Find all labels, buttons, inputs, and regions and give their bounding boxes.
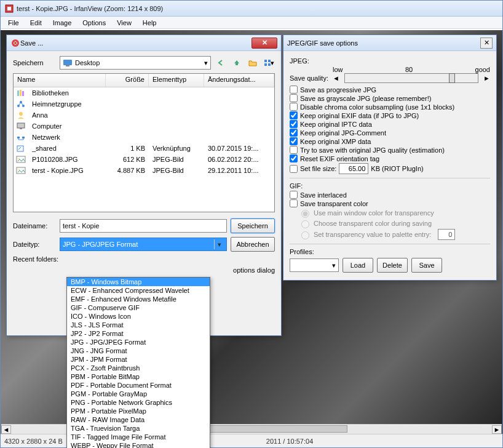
svg-point-2 [12,39,19,47]
format-option[interactable]: GIF - Compuserve GIF [67,303,210,312]
menubar: File Edit Image Options View Help [1,17,502,29]
menu-file[interactable]: File [3,18,24,28]
close-button[interactable]: ✕ [252,38,277,49]
recent-folders-label: Recent folders: [13,255,68,263]
gif-interlaced-label: Save interlaced [300,191,347,199]
file-size-input[interactable] [339,163,368,174]
format-option[interactable]: PCX - Zsoft Paintbrush [67,364,210,372]
cancel-button[interactable]: Abbrechen [231,237,275,252]
save-dialog-title: Save ... [20,39,43,47]
format-option[interactable]: PDF - Portable Document Format [67,381,210,390]
gif-section-label: GIF: [290,182,490,190]
format-option[interactable]: TIF - Tagged Image File Format [67,433,210,441]
format-option[interactable]: JPM - JPM Format [67,355,210,364]
col-type[interactable]: Elementtyp [149,74,204,87]
jpeg-option-checkbox[interactable] [290,86,298,94]
gif-transparent-checkbox[interactable] [290,199,298,207]
transparency-palette-label: Set transparency value to palette entry: [314,231,431,238]
new-folder-icon[interactable] [247,57,259,69]
menu-help[interactable]: Help [138,18,162,28]
format-option[interactable]: JP2 - JP2 Format [67,329,210,338]
format-option[interactable]: PPM - Portable PixelMap [67,407,210,415]
options-titlebar[interactable]: JPEG/GIF save options ✕ [283,35,496,51]
format-option[interactable]: WEBP - Weppy File Format [67,441,210,448]
file-row[interactable]: Anna [14,110,274,121]
profile-save-button[interactable]: Save [411,258,442,273]
jpeg-option-checkbox[interactable] [290,94,298,102]
menu-options[interactable]: Options [77,18,111,28]
format-option[interactable]: TGA - Truevision Targa [67,424,210,433]
jpeg-option-checkbox[interactable] [290,120,298,128]
filetype-dropdown[interactable]: BMP - Windows BitmapECW - Enhanced Compr… [66,277,210,448]
load-button[interactable]: Load [343,258,373,273]
format-option[interactable]: PGM - Portable GrayMap [67,390,210,398]
format-option[interactable]: JPG - JPG/JPEG Format [67,338,210,346]
menu-image[interactable]: Image [48,18,77,28]
format-option[interactable]: PNG - Portable Network Graphics [67,398,210,407]
col-name[interactable]: Name [14,74,106,87]
file-date: 30.07.2015 19:... [204,145,263,152]
file-size-unit: KB (RIOT PlugIn) [371,165,423,172]
col-date[interactable]: Änderungsdat... [204,74,274,87]
gif-transparent-label: Save transparent color [300,200,368,207]
quality-slider[interactable] [344,73,478,83]
file-name: _shared [28,145,106,152]
format-option[interactable]: ECW - Enhanced Compressed Wavelet [67,286,210,295]
jpeg-option-checkbox[interactable] [290,129,298,137]
format-option[interactable]: JNG - JNG Format [67,346,210,355]
set-file-size-checkbox[interactable] [290,165,298,173]
jpeg-option-label: Keep original IPTC data [300,121,372,128]
scroll-left-icon[interactable]: ◄ [1,425,11,434]
format-option[interactable]: RAW - RAW Image Data [67,415,210,424]
jpeg-option-checkbox[interactable] [290,137,298,145]
file-row[interactable]: Heimnetzgruppe [14,98,274,110]
format-option[interactable]: PBM - Portable BitMap [67,372,210,381]
jpeg-option-checkbox[interactable] [290,154,298,162]
col-size[interactable]: Größe [106,74,149,87]
profiles-combo[interactable]: ▾ [290,258,339,272]
transparency-choose-label: Choose transparent color during saving [314,220,432,227]
save-button[interactable]: Speichern [231,218,275,233]
transparency-main-label: Use main window color for transparency [314,209,434,217]
filename-input[interactable] [60,219,227,233]
svg-rect-8 [268,63,271,66]
file-row[interactable]: Bibliotheken [14,87,274,98]
view-menu-icon[interactable]: ▾ [263,57,275,69]
menu-edit[interactable]: Edit [25,18,47,28]
save-dialog-titlebar[interactable]: Save ... ✕ [7,35,281,51]
menu-view[interactable]: View [112,18,137,28]
format-option[interactable]: BMP - Windows Bitmap [67,278,210,286]
scroll-right-icon[interactable]: ► [492,425,502,434]
jpeg-option-checkbox[interactable] [290,111,298,119]
jpeg-option-checkbox[interactable] [290,103,298,111]
transparency-main-radio [301,210,309,218]
file-row[interactable]: Computer [14,121,274,132]
file-size: 1 KB [106,145,149,152]
format-option[interactable]: ICO - Windows Icon [67,312,210,321]
jpeg-option-label: Keep original XMP data [300,138,371,145]
slider-thumb[interactable] [449,73,455,83]
filetype-combo[interactable]: JPG - JPG/JPEG Format ▾ [60,238,227,251]
file-row[interactable]: P1010208.JPG612 KBJPEG-Bild06.02.2012 20… [14,154,274,165]
file-row[interactable]: terst - Kopie.JPG4.887 KBJPEG-Bild29.12.… [14,165,274,176]
format-option[interactable]: JLS - JLS Format [67,321,210,329]
file-list-body[interactable]: BibliothekenHeimnetzgruppeAnnaComputerNe… [14,87,274,176]
desktop-icon [63,58,73,67]
back-icon[interactable] [215,57,227,69]
jpeg-option-checkbox[interactable] [290,146,298,154]
net-icon [16,99,26,109]
quality-good-label: good [475,66,490,73]
file-row[interactable]: Netzwerk [14,132,274,143]
close-button[interactable]: ✕ [480,38,493,49]
file-row[interactable]: _shared1 KBVerknüpfung30.07.2015 19:... [14,143,274,154]
show-options-label: options dialog [233,266,275,274]
main-titlebar[interactable]: terst - Kopie.JPG - IrfanView (Zoom: 121… [1,1,502,17]
location-combo[interactable]: Desktop ▾ [60,56,211,70]
quality-value: 80 [405,66,413,73]
gif-interlaced-checkbox[interactable] [290,191,298,199]
slider-right-icon[interactable]: ► [483,74,490,82]
slider-left-icon[interactable]: ◄ [333,74,339,82]
format-option[interactable]: EMF - Enhanced Windows Metafile [67,295,210,303]
delete-button[interactable]: Delete [377,258,408,273]
up-icon[interactable] [231,57,243,69]
